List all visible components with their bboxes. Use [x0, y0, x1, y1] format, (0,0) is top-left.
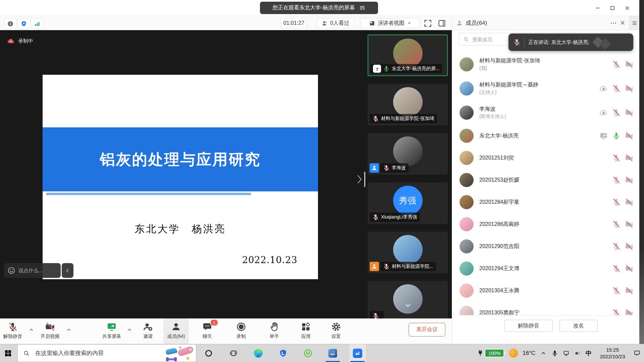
video-thumbnail[interactable]: 秀强XiuqiangLi李秀强 — [368, 182, 448, 224]
maximize-button[interactable] — [605, 0, 620, 16]
member-row[interactable]: 李海波(联席主持人) — [452, 101, 639, 125]
chevron-down-icon — [407, 21, 412, 25]
panel-close-button[interactable] — [619, 19, 626, 26]
photos-app-icon[interactable] — [325, 344, 341, 362]
video-thumbnail[interactable]: 材料与新能源学院... — [368, 232, 448, 273]
member-row[interactable]: 20201253赵忻媛 — [452, 169, 639, 191]
view-mode-dropdown[interactable]: 演讲者视图 — [361, 18, 420, 28]
tray-chevron-up-icon[interactable] — [540, 350, 547, 357]
window-controls — [590, 0, 635, 16]
toolbar-members-button[interactable]: 成员(64) — [163, 319, 189, 344]
member-row[interactable]: 东北大学-杨洪亮 — [452, 125, 639, 147]
toolbar-caret-button[interactable] — [66, 327, 72, 333]
security-shield-app-icon[interactable] — [275, 344, 291, 362]
network-icon[interactable] — [563, 350, 570, 357]
more-thumbnails-button[interactable] — [402, 302, 414, 309]
avatar — [393, 136, 423, 166]
toolbar-share-screen-button[interactable]: 共享屏幕 — [99, 319, 124, 344]
toolbar-invite-button[interactable]: 邀请 — [135, 319, 161, 344]
mic-off-dark-icon — [8, 322, 18, 332]
video-thumbnail[interactable] — [368, 281, 448, 318]
member-row[interactable]: 20201290范吉阳 — [452, 235, 639, 257]
chat-collapse-button[interactable] — [62, 263, 73, 278]
thumbnail-name: XiuqiangLi李秀强 — [381, 214, 417, 220]
meeting-app-window: 您正在观看东北大学-杨洪亮的屏幕 01:01:27 0人看过 — [0, 0, 644, 362]
close-button[interactable] — [620, 0, 635, 16]
panel-menu-button[interactable] — [629, 16, 640, 30]
member-row[interactable]: 材料与新能源学院-张加琦(我) — [452, 52, 639, 76]
thumbnail-column: 东北大学-杨洪亮的屏...材料与新能源学院-张加琦李海波秀强XiuqiangLi… — [368, 35, 448, 318]
toolbar-apps-button[interactable]: 应用 — [293, 319, 319, 344]
member-row[interactable]: 20201284郝宇童 — [452, 191, 639, 213]
toolbar-hand-button[interactable]: 举手 — [262, 319, 287, 344]
security-button[interactable] — [17, 18, 30, 29]
toolbar-record-button[interactable]: 录制 — [228, 319, 254, 344]
side-panel-toggle-button[interactable] — [437, 19, 446, 28]
avatar — [460, 57, 474, 71]
taskbar-search-input[interactable] — [35, 350, 147, 357]
tray-microphone-icon[interactable] — [551, 350, 558, 357]
member-row[interactable]: 20201286高琬婷 — [452, 213, 639, 235]
task-view-button[interactable] — [225, 344, 241, 362]
browser-360-icon[interactable] — [300, 344, 316, 362]
mic-off-icon — [612, 84, 621, 93]
member-row[interactable]: 20201251刘荧 — [452, 147, 639, 169]
taskbar-search-box[interactable] — [17, 344, 196, 362]
notification-center-icon[interactable] — [633, 350, 641, 357]
mic-off-icon — [612, 242, 621, 251]
start-button[interactable] — [0, 344, 16, 362]
member-row[interactable]: 20201305窦彪宁 — [452, 302, 639, 315]
toolbar-caret-button[interactable] — [126, 327, 132, 333]
thumbnail-name-bar — [370, 311, 384, 318]
emoji-icon[interactable] — [7, 266, 15, 275]
meeting-info-button[interactable] — [4, 18, 17, 29]
member-name: 材料与新能源学院～聂静 — [479, 81, 538, 88]
cortana-button[interactable] — [201, 344, 217, 362]
temperature-label[interactable]: 16°C — [523, 350, 535, 357]
video-thumbnail[interactable]: 材料与新能源学院-张加琦 — [368, 84, 448, 125]
quick-chat-input[interactable]: 说点什么... — [4, 263, 61, 278]
member-row[interactable]: 材料与新能源学院～聂静(主持人) — [452, 76, 639, 101]
panel-drag-handle[interactable] — [364, 172, 365, 187]
member-row[interactable]: 20201304王永腾 — [452, 280, 639, 302]
video-thumbnail[interactable]: 李海波 — [368, 133, 448, 175]
volume-icon[interactable] — [574, 350, 581, 357]
toolbar-label: 聊天 — [195, 334, 220, 340]
video-thumbnail[interactable]: 东北大学-杨洪亮的屏... — [368, 35, 448, 76]
taskbar-clock[interactable]: 15:25 2022/10/23 — [596, 347, 629, 360]
speaking-toast-text: 正在讲话: 东北大学-杨洪亮; — [528, 39, 590, 46]
panel-unmute-button[interactable]: 解除静音 — [504, 320, 553, 332]
collapse-thumbnails-button[interactable] — [355, 173, 364, 186]
cam-off-icon — [625, 309, 633, 315]
toolbar-label: 举手 — [262, 334, 287, 340]
toolbar-cam-off-dark-button[interactable]: 开启视频 — [37, 319, 63, 344]
member-status-icons — [612, 176, 633, 184]
toolbar-mic-off-dark-button[interactable]: 解除静音 — [0, 319, 25, 344]
network-quality-button[interactable] — [31, 18, 44, 29]
weather-icon[interactable] — [509, 349, 518, 358]
member-status-icons — [612, 60, 633, 69]
viewers-counter[interactable]: 0人看过 — [317, 18, 354, 28]
layout-menu-icon[interactable] — [359, 5, 366, 11]
panel-rename-button[interactable]: 改名 — [559, 320, 598, 332]
battery-status[interactable]: 100% — [477, 349, 504, 358]
meeting-app-icon[interactable] — [350, 344, 366, 362]
toolbar-chat-button[interactable]: 聊天1 — [195, 319, 220, 344]
panel-more-button[interactable] — [610, 19, 617, 27]
recording-indicator: 录制中 — [7, 37, 33, 45]
minimize-button[interactable] — [590, 0, 605, 16]
speaking-toast: 正在讲话: 东北大学-杨洪亮; — [508, 34, 633, 51]
edge-browser-icon[interactable] — [250, 344, 266, 362]
viewer-person-icon — [322, 20, 328, 26]
avatar: 秀强 — [393, 186, 423, 215]
toolbar-settings-button[interactable]: 设置 — [323, 319, 349, 344]
avatar — [393, 235, 423, 264]
member-status-icons — [612, 264, 633, 273]
leave-meeting-button[interactable]: 离开会议 — [409, 323, 445, 337]
ime-indicator[interactable]: 中 — [586, 349, 592, 357]
thumbnail-name: 东北大学-杨洪亮的屏... — [392, 66, 439, 72]
toolbar-caret-button[interactable] — [28, 327, 34, 333]
member-row[interactable]: 20201294王文博 — [452, 257, 639, 280]
search-highlight-icon[interactable] — [165, 346, 194, 361]
fullscreen-button[interactable] — [423, 19, 432, 28]
